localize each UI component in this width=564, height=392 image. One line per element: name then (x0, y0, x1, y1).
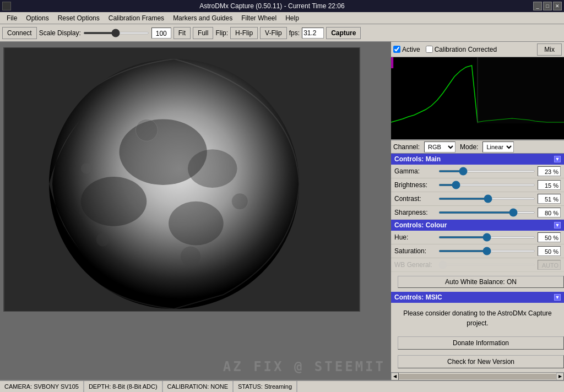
close-button[interactable]: ✕ (553, 2, 562, 10)
flip-label: Flip: (215, 29, 228, 37)
contrast-slider-wrap (438, 198, 535, 200)
hue-value: 50 % (538, 232, 561, 242)
saturation-slider[interactable] (438, 250, 535, 252)
controls-colour-collapse[interactable]: ▼ (554, 222, 561, 228)
donate-button-container: Donate Information (391, 334, 564, 352)
calibration-corrected-checkbox[interactable] (426, 46, 433, 53)
window-title: AstroDMx Capture (0.50.11) - Current Tim… (11, 2, 533, 10)
contrast-value: 51 % (538, 194, 561, 204)
channel-mode-bar: Channel: RGB Red Green Blue Mode: Linear… (391, 140, 564, 154)
controls-main-collapse[interactable]: ▼ (554, 156, 561, 162)
check-version-button-container: Check for New Version (391, 352, 564, 372)
channel-label: Channel: (393, 143, 420, 151)
check-new-version-button[interactable]: Check for New Version (398, 355, 564, 368)
mix-button[interactable]: Mix (537, 43, 562, 56)
contrast-slider[interactable] (438, 198, 535, 200)
active-checkbox[interactable] (393, 46, 400, 53)
window-controls: _ □ ✕ (533, 2, 562, 10)
wb-general-slider-wrap (438, 264, 535, 266)
streaming-status: STATUS: Streaming (234, 381, 297, 392)
app-icon (2, 2, 11, 10)
gamma-label: Gamma: (394, 167, 438, 175)
maximize-button[interactable]: □ (543, 2, 552, 10)
saturation-value: 50 % (538, 246, 561, 256)
awb-container: Auto White Balance: ON (391, 272, 564, 292)
svg-rect-13 (391, 57, 478, 123)
minimize-button[interactable]: _ (533, 2, 542, 10)
hue-label: Hue: (394, 233, 438, 241)
brightness-value: 15 % (538, 180, 561, 190)
scale-slider[interactable] (83, 32, 149, 34)
hue-slider-wrap (438, 236, 535, 238)
menu-calibration-frames[interactable]: Calibration Frames (104, 13, 169, 23)
histogram-top-bar: Active Calibration Corrected Mix (391, 42, 564, 57)
scroll-left-button[interactable]: ◀ (391, 373, 399, 380)
brightness-label: Brightness: (394, 181, 438, 189)
gamma-slider[interactable] (438, 170, 535, 172)
controls-msic-collapse[interactable]: ▼ (554, 294, 561, 301)
sharpness-slider[interactable] (438, 211, 535, 214)
brightness-row: Brightness: 15 % (391, 178, 564, 192)
fps-label: fps: (289, 29, 300, 37)
menu-options[interactable]: Options (21, 13, 53, 23)
histogram-area (391, 57, 564, 140)
wb-general-value: AUTO (538, 260, 561, 270)
svg-point-4 (81, 177, 147, 226)
scale-value: 100 % (151, 28, 171, 39)
title-bar: AstroDMx Capture (0.50.11) - Current Tim… (0, 0, 564, 12)
controls-msic-header: Controls: MSIC ▼ (391, 292, 564, 303)
scroll-track[interactable] (399, 374, 556, 379)
contrast-row: Contrast: 51 % (391, 192, 564, 206)
vflip-button[interactable]: V-Flip (260, 27, 287, 39)
wb-general-slider (438, 264, 535, 266)
fps-input[interactable] (302, 28, 324, 39)
hflip-button[interactable]: H-Flip (230, 27, 258, 39)
sharpness-slider-wrap (438, 211, 535, 214)
capture-button[interactable]: Capture (326, 27, 361, 39)
scroll-right-button[interactable]: ▶ (556, 373, 564, 380)
sharpness-label: Sharpness: (394, 209, 438, 216)
svg-point-11 (81, 163, 92, 174)
saturation-row: Saturation: 50 % (391, 244, 564, 258)
hue-row: Hue: 50 % (391, 231, 564, 244)
menu-help[interactable]: Help (281, 13, 303, 23)
sharpness-value: 80 % (538, 208, 561, 217)
menu-file[interactable]: File (2, 13, 21, 23)
svg-rect-16 (391, 57, 393, 68)
main-area: AZ FIX @ STEEMIT Active Calibration Corr… (0, 42, 564, 380)
channel-select[interactable]: RGB Red Green Blue (424, 141, 455, 153)
brightness-slider[interactable] (438, 184, 535, 186)
scale-display-label: Scale Display: (39, 29, 81, 37)
menu-bar: File Options Reset Options Calibration F… (0, 12, 564, 24)
calibration-status: CALIBRATION: NONE (163, 381, 234, 392)
mode-label: Mode: (460, 143, 478, 151)
svg-point-10 (181, 246, 200, 266)
svg-point-6 (169, 202, 224, 246)
active-checkbox-label[interactable]: Active (393, 46, 420, 53)
auto-white-balance-button[interactable]: Auto White Balance: ON (398, 276, 564, 288)
menu-markers-guides[interactable]: Markers and Guides (169, 13, 237, 23)
camera-status: CAMERA: SVBONY SV105 (0, 381, 84, 392)
menu-reset-options[interactable]: Reset Options (53, 13, 104, 23)
wb-general-row: WB General: AUTO (391, 258, 564, 272)
right-panel: Active Calibration Corrected Mix (391, 42, 564, 380)
hue-slider[interactable] (438, 236, 535, 238)
histogram-svg (391, 57, 564, 123)
calibration-corrected-text: Calibration Corrected (435, 46, 497, 53)
wb-general-label: WB General: (394, 261, 438, 269)
mode-select[interactable]: Linear Log (482, 141, 514, 153)
gamma-row: Gamma: 23 % (391, 165, 564, 178)
controls-colour-header: Controls: Colour ▼ (391, 220, 564, 231)
gamma-slider-wrap (438, 170, 535, 172)
sharpness-row: Sharpness: 80 % (391, 206, 564, 220)
menu-filter-wheel[interactable]: Filter Wheel (237, 13, 281, 23)
fit-button[interactable]: Fit (173, 27, 191, 39)
horizontal-scrollbar: ◀ ▶ (391, 372, 564, 380)
full-button[interactable]: Full (193, 27, 213, 39)
svg-point-7 (135, 119, 158, 141)
calibration-corrected-label[interactable]: Calibration Corrected (426, 46, 497, 53)
connect-button[interactable]: Connect (2, 27, 37, 39)
svg-rect-14 (478, 57, 564, 123)
svg-point-9 (96, 233, 110, 247)
donate-information-button[interactable]: Donate Information (398, 336, 564, 350)
